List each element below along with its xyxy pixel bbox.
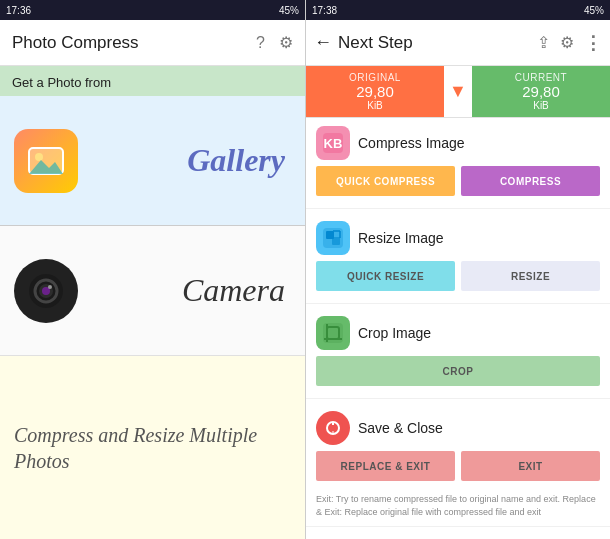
resize-image-icon — [316, 221, 350, 255]
left-panel: 17:36 45% Photo Compress ? ⚙ Get a Photo… — [0, 0, 305, 539]
crop-button[interactable]: CROP — [316, 356, 600, 386]
quick-resize-button[interactable]: QUICK RESIZE — [316, 261, 455, 291]
right-scroll-area: KB Compress Image QUICK COMPRESS COMPRES… — [306, 118, 610, 539]
resize-title: Resize Image — [358, 230, 444, 246]
crop-section: Crop Image CROP — [306, 308, 610, 394]
crop-buttons: CROP — [316, 356, 600, 386]
current-size: Current 29,80 KiB — [472, 66, 610, 117]
settings-icon[interactable]: ⚙ — [279, 33, 293, 52]
current-label: Current — [515, 72, 567, 83]
left-status-bar: 17:36 45% — [0, 0, 305, 20]
svg-text:KB: KB — [324, 136, 343, 151]
app-title: Photo Compress — [12, 33, 139, 53]
right-settings-icon[interactable]: ⚙ — [560, 33, 574, 52]
left-content: Get a Photo from Gallery — [0, 66, 305, 539]
right-title: Next Step — [338, 33, 413, 53]
compress-buttons: QUICK COMPRESS COMPRESS — [316, 166, 600, 196]
exit-button[interactable]: EXIT — [461, 451, 600, 481]
multi-label: Compress and Resize Multiple Photos — [14, 422, 291, 474]
divider-2 — [306, 303, 610, 304]
multi-button[interactable]: Compress and Resize Multiple Photos — [0, 356, 305, 539]
svg-point-8 — [48, 285, 52, 289]
current-value: 29,80 — [522, 83, 560, 100]
gallery-button[interactable]: Gallery — [0, 96, 305, 226]
original-label: Original — [349, 72, 401, 83]
resize-buttons: QUICK RESIZE RESIZE — [316, 261, 600, 291]
camera-label: Camera — [182, 272, 285, 309]
compress-image-icon: KB — [316, 126, 350, 160]
size-comparison-bar: Original 29,80 KiB ▼ Current 29,80 KiB — [306, 66, 610, 118]
crop-title: Crop Image — [358, 325, 431, 341]
replace-exit-button[interactable]: REPLACE & EXIT — [316, 451, 455, 481]
divider-1 — [306, 208, 610, 209]
exit-note: Exit: Try to rename compressed file to o… — [306, 489, 610, 522]
save-header: Save & Close — [316, 411, 600, 445]
svg-rect-13 — [332, 237, 340, 245]
resize-section: Resize Image QUICK RESIZE RESIZE — [306, 213, 610, 299]
compress-header: KB Compress Image — [316, 126, 600, 160]
right-header-icons: ⇪ ⚙ ⋮ — [537, 32, 602, 54]
left-status-icons: 45% — [279, 5, 299, 16]
right-time: 17:38 — [312, 5, 337, 16]
current-unit: KiB — [533, 100, 549, 111]
gallery-label: Gallery — [187, 142, 285, 179]
save-close-icon — [316, 411, 350, 445]
resize-button[interactable]: RESIZE — [461, 261, 600, 291]
share-icon[interactable]: ⇪ — [537, 33, 550, 52]
compress-button[interactable]: COMPRESS — [461, 166, 600, 196]
header-icons: ? ⚙ — [256, 33, 293, 52]
get-photo-label: Get a Photo from — [0, 66, 305, 96]
save-title: Save & Close — [358, 420, 443, 436]
compress-section: KB Compress Image QUICK COMPRESS COMPRES… — [306, 118, 610, 204]
right-status-bar: 17:38 45% — [306, 0, 610, 20]
quick-compress-button[interactable]: QUICK COMPRESS — [316, 166, 455, 196]
left-battery: 45% — [279, 5, 299, 16]
header-left: ← Next Step — [314, 32, 413, 53]
right-header: ← Next Step ⇪ ⚙ ⋮ — [306, 20, 610, 66]
right-panel: 17:38 45% ← Next Step ⇪ ⚙ ⋮ Original 29,… — [305, 0, 610, 539]
back-icon[interactable]: ← — [314, 32, 332, 53]
svg-point-2 — [35, 153, 43, 161]
divider-4 — [306, 526, 610, 527]
crop-image-icon — [316, 316, 350, 350]
divider-3 — [306, 398, 610, 399]
left-time: 17:36 — [6, 5, 31, 16]
save-section: Save & Close REPLACE & EXIT EXIT — [306, 403, 610, 489]
original-size: Original 29,80 KiB — [306, 66, 444, 117]
size-arrow: ▼ — [444, 66, 472, 117]
original-value: 29,80 — [356, 83, 394, 100]
gallery-icon — [14, 129, 78, 193]
right-battery: 45% — [584, 5, 604, 16]
camera-icon — [14, 259, 78, 323]
crop-header: Crop Image — [316, 316, 600, 350]
resize-header: Resize Image — [316, 221, 600, 255]
left-header: Photo Compress ? ⚙ — [0, 20, 305, 66]
help-icon[interactable]: ? — [256, 34, 265, 52]
save-buttons: REPLACE & EXIT EXIT — [316, 451, 600, 481]
camera-button[interactable]: Camera — [0, 226, 305, 356]
more-icon[interactable]: ⋮ — [584, 32, 602, 54]
original-unit: KiB — [367, 100, 383, 111]
right-status-icons: 45% — [584, 5, 604, 16]
compress-title: Compress Image — [358, 135, 465, 151]
more-features-section: $ More features!! Pro version has more f… — [306, 531, 610, 539]
